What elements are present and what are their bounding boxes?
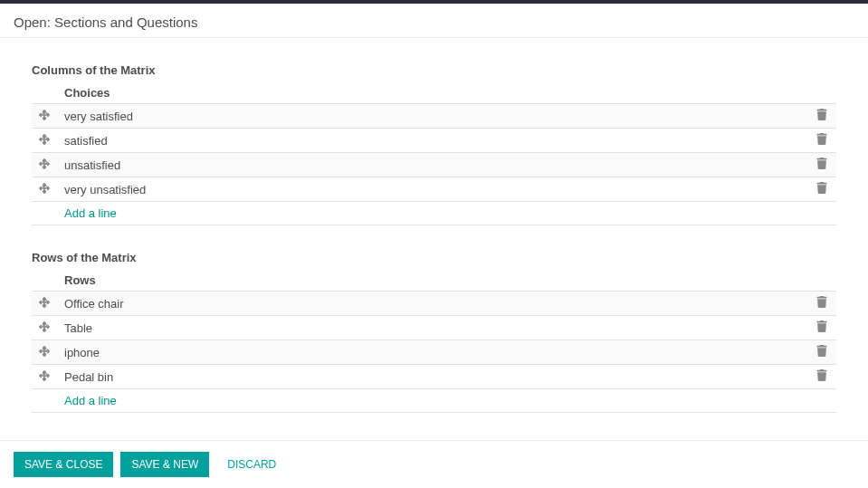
drag-handle-cell: [32, 104, 57, 129]
delete-cell: [807, 153, 836, 177]
move-icon[interactable]: [39, 321, 50, 332]
trash-icon[interactable]: [816, 296, 827, 308]
row-label[interactable]: very satisfied: [57, 104, 807, 129]
row-label[interactable]: iphone: [57, 340, 807, 365]
delete-cell: [807, 340, 836, 365]
trash-icon[interactable]: [816, 182, 827, 194]
columns-header-choices: Choices: [57, 82, 807, 104]
add-line-row: Add a line: [32, 202, 836, 225]
columns-header-handle: [32, 82, 57, 104]
delete-cell: [807, 104, 836, 129]
rows-header-handle: [32, 270, 57, 292]
drag-handle-cell: [32, 129, 57, 153]
delete-cell: [807, 365, 836, 389]
move-icon[interactable]: [39, 110, 50, 120]
columns-header-trash: [807, 82, 836, 104]
table-row[interactable]: very unsatisfied: [32, 177, 836, 202]
row-label[interactable]: satisfied: [57, 129, 807, 153]
delete-cell: [807, 292, 836, 316]
save-close-button[interactable]: SAVE & CLOSE: [14, 452, 113, 477]
table-row[interactable]: Office chair: [32, 292, 836, 316]
modal-dialog: Open: Sections and Questions Columns of …: [0, 4, 868, 488]
row-label[interactable]: unsatisfied: [57, 153, 807, 177]
add-line-cell: Add a line: [57, 202, 836, 225]
modal-header: Open: Sections and Questions: [0, 4, 868, 38]
table-row[interactable]: very satisfied: [32, 104, 836, 129]
add-line-row: Add a line: [32, 389, 836, 413]
modal-title: Open: Sections and Questions: [14, 14, 854, 30]
columns-section-heading: Columns of the Matrix: [32, 63, 836, 77]
save-new-button[interactable]: SAVE & NEW: [120, 452, 209, 477]
add-line-spacer: [32, 202, 57, 225]
drag-handle-cell: [32, 365, 57, 389]
move-icon[interactable]: [39, 158, 50, 169]
add-line-spacer: [32, 389, 57, 413]
trash-icon[interactable]: [816, 109, 827, 120]
trash-icon[interactable]: [816, 369, 827, 381]
table-row[interactable]: unsatisfied: [32, 153, 836, 177]
trash-icon[interactable]: [816, 158, 827, 169]
table-row[interactable]: Pedal bin: [32, 365, 836, 389]
trash-icon[interactable]: [816, 345, 827, 357]
modal-footer: SAVE & CLOSE SAVE & NEW DISCARD: [0, 440, 868, 488]
row-label[interactable]: very unsatisfied: [57, 177, 807, 202]
move-icon[interactable]: [39, 346, 50, 357]
row-label[interactable]: Pedal bin: [57, 365, 807, 389]
drag-handle-cell: [32, 316, 57, 340]
move-icon[interactable]: [39, 134, 50, 145]
delete-cell: [807, 177, 836, 202]
modal-body: Columns of the Matrix Choices very satis…: [0, 38, 868, 440]
table-row[interactable]: Table: [32, 316, 836, 340]
rows-header-trash: [807, 270, 836, 292]
rows-section-heading: Rows of the Matrix: [32, 251, 836, 264]
rows-table: Rows Office chairTableiphonePedal binAdd…: [32, 270, 836, 413]
rows-header-label: Rows: [57, 270, 807, 292]
trash-icon[interactable]: [816, 321, 827, 332]
move-icon[interactable]: [39, 370, 50, 381]
discard-button[interactable]: DISCARD: [216, 452, 287, 477]
row-label[interactable]: Office chair: [57, 292, 807, 316]
drag-handle-cell: [32, 292, 57, 316]
table-row[interactable]: satisfied: [32, 129, 836, 153]
table-row[interactable]: iphone: [32, 340, 836, 365]
add-line-link[interactable]: Add a line: [64, 394, 117, 407]
row-label[interactable]: Table: [57, 316, 807, 340]
drag-handle-cell: [32, 153, 57, 177]
move-icon[interactable]: [39, 183, 50, 194]
drag-handle-cell: [32, 340, 57, 365]
move-icon[interactable]: [39, 297, 50, 308]
delete-cell: [807, 316, 836, 340]
add-line-link[interactable]: Add a line: [64, 206, 117, 220]
columns-table: Choices very satisfiedsatisfiedunsatisfi…: [32, 82, 836, 225]
delete-cell: [807, 129, 836, 153]
trash-icon[interactable]: [816, 133, 827, 145]
drag-handle-cell: [32, 177, 57, 202]
add-line-cell: Add a line: [57, 389, 836, 413]
